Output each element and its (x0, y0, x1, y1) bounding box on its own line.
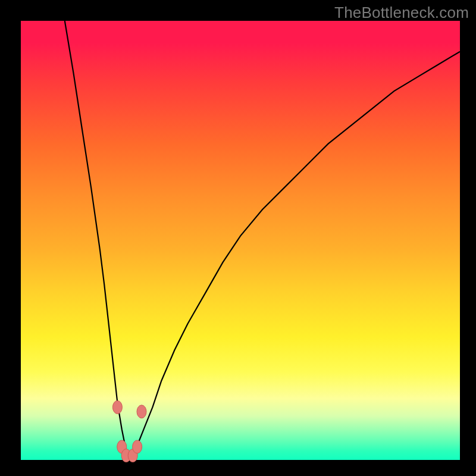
curve-marker (133, 440, 142, 453)
chart-frame (21, 21, 460, 460)
curve-marker (137, 405, 146, 418)
bottleneck-curve (65, 21, 460, 460)
watermark-text: TheBottleneck.com (334, 4, 469, 22)
chart-svg (21, 21, 460, 460)
curve-marker (112, 400, 122, 414)
marker-group (112, 400, 146, 462)
